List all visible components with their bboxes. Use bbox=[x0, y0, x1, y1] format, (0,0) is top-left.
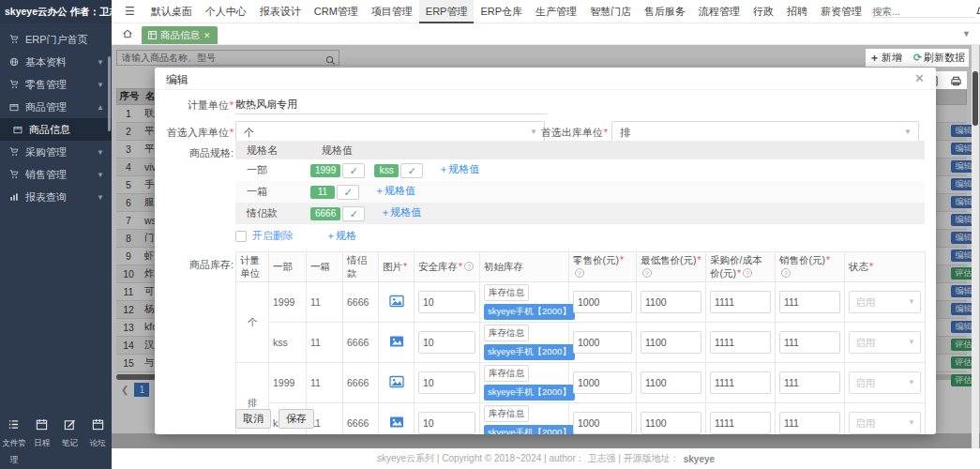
bell-icon[interactable] bbox=[975, 6, 980, 18]
stock-info-button[interactable]: 库存信息 bbox=[484, 405, 529, 422]
help-icon[interactable]: ? bbox=[575, 268, 584, 278]
warehouse-badge[interactable]: skyeye手机【2000】 bbox=[484, 425, 575, 434]
global-search-input[interactable] bbox=[872, 6, 975, 18]
check-icon[interactable]: ✓ bbox=[342, 163, 365, 178]
stock-col-header: 零售价(元)*? bbox=[569, 252, 637, 282]
nav-item-ERP仓库[interactable]: ERP仓库 bbox=[474, 0, 529, 23]
nav-item-售后服务[interactable]: 售后服务 bbox=[638, 0, 692, 23]
hamburger-icon[interactable]: ☰ bbox=[112, 5, 144, 18]
add-spec-value-link[interactable]: ＋规格值 bbox=[438, 163, 479, 174]
nav-item-流程管理[interactable]: 流程管理 bbox=[692, 0, 746, 23]
retail-price-input[interactable] bbox=[573, 331, 632, 354]
sale-price-input[interactable] bbox=[779, 331, 840, 354]
check-icon[interactable]: ✓ bbox=[337, 185, 359, 200]
unit-input[interactable] bbox=[235, 95, 547, 114]
add-spec-value-link[interactable]: ＋规格值 bbox=[374, 185, 415, 196]
collapse-caret-icon[interactable]: ▼ bbox=[962, 29, 971, 38]
vscroll-thumb[interactable] bbox=[972, 71, 978, 126]
tab-product-info[interactable]: 商品信息 ✕ bbox=[142, 26, 218, 44]
min-price-input[interactable] bbox=[641, 412, 701, 434]
check-icon[interactable]: ✓ bbox=[342, 206, 365, 221]
min-price-input[interactable] bbox=[641, 331, 701, 354]
print-icon[interactable] bbox=[950, 74, 962, 86]
warehouse-badge[interactable]: skyeye手机【2000】 bbox=[484, 385, 575, 401]
safe-stock-input[interactable] bbox=[418, 412, 475, 434]
refresh-button[interactable]: ⟳刷新数据 bbox=[913, 51, 965, 65]
stock-unit: 个 bbox=[236, 282, 269, 363]
safe-stock-input[interactable] bbox=[418, 371, 475, 394]
nav-item-CRM管理[interactable]: CRM管理 bbox=[308, 0, 365, 23]
retail-price-input[interactable] bbox=[573, 412, 632, 434]
status-select[interactable]: 启用▼ bbox=[849, 371, 921, 394]
nav-item-招聘[interactable]: 招聘 bbox=[780, 0, 814, 23]
nav-item-ERP管理[interactable]: ERP管理 bbox=[419, 0, 475, 23]
image-filled-icon[interactable] bbox=[389, 339, 404, 350]
help-icon[interactable]: ? bbox=[781, 268, 791, 278]
sale-price-input[interactable] bbox=[779, 371, 840, 394]
quick-日程[interactable]: 日程 bbox=[28, 417, 56, 466]
warehouse-badge[interactable]: skyeye手机【2000】 bbox=[484, 304, 575, 320]
safe-stock-input[interactable] bbox=[418, 291, 475, 313]
image-filled-icon[interactable] bbox=[389, 419, 404, 431]
sidebar-item-商品管理[interactable]: 商品管理▲ bbox=[0, 96, 112, 118]
help-icon[interactable]: ? bbox=[642, 268, 652, 278]
sale-price-input[interactable] bbox=[779, 291, 840, 313]
sidebar-item-零售管理[interactable]: 零售管理▼ bbox=[0, 73, 112, 96]
sale-price-input[interactable] bbox=[779, 412, 840, 434]
nav-item-薪资管理[interactable]: 薪资管理 bbox=[814, 0, 868, 23]
nav-item-项目管理[interactable]: 项目管理 bbox=[365, 0, 419, 23]
retail-price-input[interactable] bbox=[573, 371, 632, 394]
nav-item-个人中心[interactable]: 个人中心 bbox=[199, 0, 253, 23]
min-price-input[interactable] bbox=[641, 291, 701, 313]
status-select[interactable]: 启用▼ bbox=[849, 412, 921, 434]
cancel-button[interactable]: 取消 bbox=[235, 409, 271, 429]
cost-price-input[interactable] bbox=[710, 371, 771, 394]
status-select[interactable]: 启用▼ bbox=[849, 331, 921, 354]
sidebar: skyeye云办公 作者：卫志强 ERP门户首页基本资料▼零售管理▼商品管理▲商… bbox=[0, 0, 112, 469]
stock-col-header: 情侣款 bbox=[343, 252, 379, 282]
home-tab-icon[interactable] bbox=[117, 25, 138, 42]
cost-price-input[interactable] bbox=[710, 291, 771, 313]
add-spec-link[interactable]: ＋规格 bbox=[325, 229, 356, 243]
image-outline-icon[interactable] bbox=[389, 298, 404, 310]
stock-info-button[interactable]: 库存信息 bbox=[484, 365, 529, 382]
add-button[interactable]: ＋新增 bbox=[869, 51, 902, 65]
stock-info-button[interactable]: 库存信息 bbox=[484, 325, 529, 341]
check-icon[interactable]: ✓ bbox=[400, 163, 423, 178]
image-outline-icon[interactable] bbox=[389, 379, 404, 390]
safe-stock-input[interactable] bbox=[418, 331, 475, 354]
vertical-scrollbar[interactable] bbox=[972, 45, 979, 448]
nav-item-报表设计[interactable]: 报表设计 bbox=[253, 0, 308, 23]
sidebar-item-采购管理[interactable]: 采购管理▼ bbox=[0, 141, 112, 163]
help-icon[interactable]: ? bbox=[743, 268, 752, 278]
min-price-input[interactable] bbox=[641, 371, 701, 394]
enable-delete-checkbox[interactable] bbox=[235, 231, 247, 242]
nav-item-行政[interactable]: 行政 bbox=[746, 0, 780, 23]
add-spec-value-link[interactable]: ＋规格值 bbox=[380, 206, 421, 218]
stock-header-row: 计量单位一部一箱情侣款图片*安全库存*?初始库存零售价(元)*?最低售价(元)*… bbox=[236, 252, 926, 282]
nav-item-智慧门店[interactable]: 智慧门店 bbox=[583, 0, 638, 23]
sidebar-scrollbar[interactable] bbox=[108, 56, 111, 131]
tab-close-icon[interactable]: ✕ bbox=[204, 31, 211, 40]
retail-price-input[interactable] bbox=[573, 291, 632, 313]
help-icon[interactable]: ? bbox=[464, 262, 474, 271]
quick-笔记[interactable]: 笔记 bbox=[56, 417, 84, 466]
warehouse-badge[interactable]: skyeye手机【2000】 bbox=[484, 344, 575, 360]
quick-label: 文件管理 bbox=[2, 438, 26, 464]
nav-item-默认桌面[interactable]: 默认桌面 bbox=[144, 0, 199, 23]
quick-文件管理[interactable]: 文件管理 bbox=[0, 417, 28, 466]
save-button[interactable]: 保存 bbox=[279, 409, 314, 429]
sidebar-item-ERP门户首页[interactable]: ERP门户首页 bbox=[0, 28, 112, 51]
nav-item-生产管理[interactable]: 生产管理 bbox=[529, 0, 583, 23]
quick-论坛[interactable]: 论坛 bbox=[83, 417, 112, 466]
brand-link[interactable]: skyeye bbox=[684, 454, 715, 464]
sidebar-item-基本资料[interactable]: 基本资料▼ bbox=[0, 51, 112, 73]
close-icon[interactable]: ✕ bbox=[914, 71, 925, 85]
sidebar-item-销售管理[interactable]: 销售管理▼ bbox=[0, 163, 112, 186]
sidebar-item-报表查询[interactable]: 报表查询▼ bbox=[0, 186, 112, 208]
stock-info-button[interactable]: 库存信息 bbox=[484, 284, 529, 301]
cost-price-input[interactable] bbox=[710, 412, 771, 434]
cost-price-input[interactable] bbox=[710, 331, 771, 354]
status-select[interactable]: 启用▼ bbox=[849, 291, 921, 313]
sidebar-item-商品信息[interactable]: 商品信息 bbox=[0, 118, 112, 141]
